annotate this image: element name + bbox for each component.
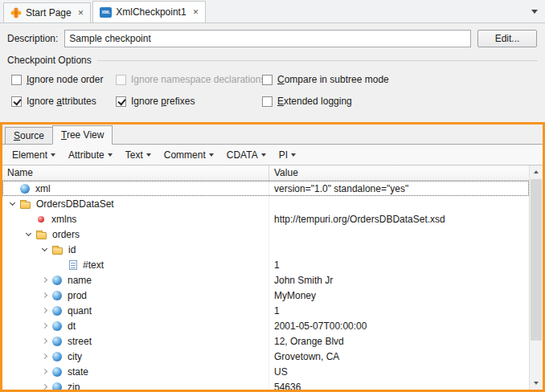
checkbox-label: Extended logging bbox=[277, 96, 352, 107]
checkbox-compare-in-subtree-mode[interactable]: Compare in subtree mode bbox=[262, 74, 538, 85]
tree-row-xmlns[interactable]: xmlnshttp://tempuri.org/OrdersDBDataSet.… bbox=[2, 211, 529, 227]
tab-label: XmlCheckpoint1 bbox=[116, 6, 186, 18]
group-divider bbox=[97, 60, 538, 61]
tab-label: Start Page bbox=[26, 7, 72, 18]
close-icon[interactable]: ✕ bbox=[193, 8, 199, 16]
dropdown-caret-icon bbox=[291, 153, 296, 157]
tab-start-page[interactable]: Start Page ✕ bbox=[3, 2, 91, 22]
name-cell: OrdersDBDataSet bbox=[2, 196, 269, 211]
scroll-down-arrow-icon[interactable] bbox=[530, 377, 543, 390]
textnode-icon bbox=[69, 260, 77, 270]
xml-file-icon: XML bbox=[100, 7, 112, 18]
scrollbar-thumb[interactable] bbox=[531, 179, 542, 341]
expander-chevron-icon[interactable] bbox=[38, 319, 52, 333]
toolbar-text-button[interactable]: Text bbox=[119, 147, 158, 163]
tree-row-state[interactable]: stateUS bbox=[2, 364, 529, 379]
description-input[interactable] bbox=[64, 30, 471, 47]
value-cell: 1 bbox=[269, 259, 529, 271]
value-cell: MyMoney bbox=[269, 290, 529, 301]
tab-source[interactable]: Source bbox=[5, 127, 53, 144]
checkbox-box-icon bbox=[262, 96, 272, 107]
vertical-scrollbar[interactable] bbox=[529, 165, 543, 390]
dropdown-caret-icon bbox=[261, 153, 266, 157]
element-icon bbox=[52, 352, 62, 361]
tree-row-xml[interactable]: xmlversion="1.0" standalone="yes" bbox=[2, 181, 529, 196]
toolbar-element-button[interactable]: Element bbox=[6, 147, 62, 163]
start-page-icon bbox=[10, 7, 22, 18]
name-cell: street bbox=[2, 333, 269, 349]
toolbar-cdata-button[interactable]: CDATA bbox=[220, 147, 272, 163]
tree-row-id[interactable]: id bbox=[2, 242, 529, 257]
tab-tree-view[interactable]: Tree View bbox=[52, 125, 113, 145]
tree-row-zip[interactable]: zip54636 bbox=[2, 379, 529, 390]
tree-row-dt[interactable]: dt2001-05-07T00:00:00 bbox=[2, 318, 529, 333]
expander-chevron-icon[interactable] bbox=[38, 380, 52, 390]
value-cell: 1 bbox=[269, 305, 529, 316]
value-cell: 12, Orange Blvd bbox=[269, 336, 529, 347]
tree-row-street[interactable]: street12, Orange Blvd bbox=[2, 333, 529, 349]
checkpoint-options-group: Checkpoint Options Ignore node orderIgno… bbox=[7, 55, 538, 107]
expander-chevron-icon[interactable] bbox=[38, 349, 52, 363]
node-name: prod bbox=[68, 290, 87, 301]
node-name: id bbox=[68, 244, 76, 255]
tree-row-text[interactable]: #text1 bbox=[2, 257, 529, 272]
grid-header: Name Value bbox=[2, 165, 543, 181]
expander-chevron-icon[interactable] bbox=[38, 243, 52, 256]
node-name: state bbox=[68, 366, 88, 378]
toolbar-attribute-button[interactable]: Attribute bbox=[62, 147, 119, 163]
tree-body: xmlversion="1.0" standalone="yes"OrdersD… bbox=[2, 181, 529, 390]
dropdown-caret-icon bbox=[108, 153, 113, 157]
column-header-value[interactable]: Value bbox=[269, 165, 543, 180]
name-cell: city bbox=[2, 349, 269, 364]
tree-row-city[interactable]: cityGrovetown, CA bbox=[2, 349, 529, 364]
node-name: xml bbox=[35, 183, 51, 194]
tab-xmlcheckpoint1[interactable]: XML XmlCheckpoint1 ✕ bbox=[92, 1, 206, 22]
scroll-up-arrow-icon[interactable] bbox=[530, 165, 543, 178]
element-icon bbox=[52, 367, 62, 377]
tree-row-prod[interactable]: prodMyMoney bbox=[2, 288, 529, 303]
node-name: OrdersDBDataSet bbox=[36, 198, 114, 210]
description-row: Description: Edit... bbox=[0, 23, 545, 53]
tree-row-name[interactable]: nameJohn Smith Jr bbox=[2, 272, 529, 288]
checkbox-ignore-prefixes[interactable]: Ignore prefixes bbox=[116, 96, 262, 107]
tree-row-ordersdbdataset[interactable]: OrdersDBDataSet bbox=[2, 196, 529, 211]
checkbox-box-icon bbox=[11, 96, 22, 107]
expander-chevron-icon[interactable] bbox=[38, 334, 52, 348]
edit-button[interactable]: Edit... bbox=[477, 30, 537, 47]
name-cell: id bbox=[2, 242, 269, 257]
checkbox-extended-logging[interactable]: Extended logging bbox=[262, 96, 538, 107]
toolbar-button-label: PI bbox=[279, 149, 288, 161]
checkbox-ignore-node-order[interactable]: Ignore node order bbox=[11, 74, 116, 85]
close-icon[interactable]: ✕ bbox=[78, 9, 84, 17]
view-tabs: SourceTree View bbox=[2, 125, 543, 145]
tab-list-chevron-down-icon[interactable] bbox=[531, 10, 538, 14]
expander-chevron-icon[interactable] bbox=[22, 227, 36, 241]
expander-chevron-icon[interactable] bbox=[38, 304, 52, 317]
expander-chevron-icon[interactable] bbox=[38, 273, 52, 287]
node-name: orders bbox=[52, 229, 80, 240]
toolbar-button-label: Comment bbox=[164, 149, 206, 161]
checkbox-ignore-attributes[interactable]: Ignore attributes bbox=[11, 96, 116, 107]
node-toolbar: ElementAttributeTextCommentCDATAPI bbox=[2, 145, 543, 165]
node-name: name bbox=[68, 275, 92, 286]
element-icon bbox=[52, 321, 62, 331]
tree-row-orders[interactable]: orders bbox=[2, 227, 529, 242]
checkpoint-data-panel: SourceTree View ElementAttributeTextComm… bbox=[0, 122, 545, 392]
name-cell: prod bbox=[2, 288, 269, 303]
checkbox-label: Ignore namespace declarations bbox=[131, 74, 265, 85]
toolbar-button-label: CDATA bbox=[227, 149, 258, 161]
name-cell: state bbox=[2, 364, 269, 379]
toolbar-button-label: Element bbox=[12, 149, 47, 161]
node-name: zip bbox=[68, 382, 80, 390]
expander-chevron-icon[interactable] bbox=[6, 197, 20, 210]
value-cell: version="1.0" standalone="yes" bbox=[269, 183, 529, 194]
tree-row-quant[interactable]: quant1 bbox=[2, 303, 529, 318]
column-header-name[interactable]: Name bbox=[2, 165, 269, 180]
expander-chevron-icon[interactable] bbox=[38, 365, 52, 378]
dropdown-caret-icon bbox=[146, 153, 151, 157]
toolbar-pi-button[interactable]: PI bbox=[272, 147, 302, 163]
element-icon bbox=[52, 337, 62, 346]
toolbar-button-label: Text bbox=[125, 149, 143, 161]
expander-chevron-icon[interactable] bbox=[38, 288, 52, 302]
toolbar-comment-button[interactable]: Comment bbox=[158, 147, 220, 163]
